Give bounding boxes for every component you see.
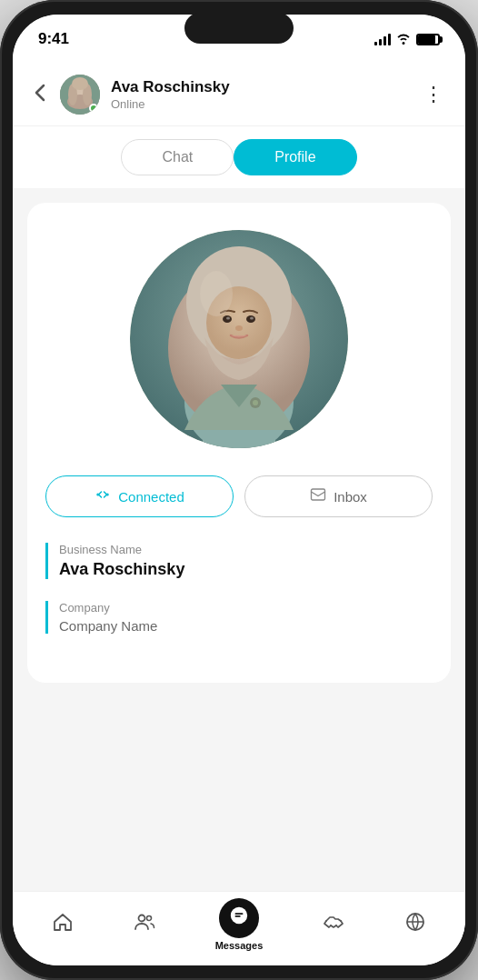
- svg-point-24: [106, 494, 109, 496]
- globe-icon: [404, 911, 426, 938]
- connected-label: Connected: [118, 489, 184, 505]
- nav-globe[interactable]: [393, 905, 437, 944]
- svg-point-20: [200, 271, 233, 316]
- nav-people[interactable]: [123, 905, 166, 944]
- phone-screen: 9:41: [13, 15, 465, 965]
- svg-point-7: [72, 77, 88, 90]
- content-area: Connected Inbox Business Na: [13, 188, 465, 891]
- battery-icon: [416, 34, 440, 45]
- svg-point-28: [231, 907, 247, 924]
- connected-icon: [95, 486, 111, 506]
- header-status: Online: [111, 97, 409, 111]
- dynamic-island: [184, 13, 294, 44]
- messages-icon: [229, 905, 249, 930]
- tab-profile[interactable]: Profile: [234, 139, 356, 175]
- people-icon: [134, 911, 155, 938]
- business-value: Ava Roschinsky: [59, 560, 433, 579]
- messages-label: Messages: [215, 940, 264, 951]
- more-button[interactable]: ⋮: [420, 79, 447, 110]
- svg-point-27: [146, 915, 151, 920]
- profile-photo: [130, 230, 348, 448]
- handshake-icon: [323, 911, 344, 938]
- inbox-icon: [310, 486, 326, 506]
- business-section: Business Name Ava Roschinsky: [45, 543, 433, 579]
- nav-messages[interactable]: Messages: [204, 893, 274, 956]
- header: Ava Roschinsky Online ⋮: [13, 64, 465, 126]
- svg-rect-25: [312, 489, 325, 500]
- nav-handshake[interactable]: [312, 905, 355, 944]
- inbox-button[interactable]: Inbox: [244, 475, 433, 517]
- company-label: Company: [59, 601, 433, 615]
- company-value: Company Name: [59, 618, 433, 634]
- bottom-nav: Messages: [13, 891, 465, 965]
- header-info: Ava Roschinsky Online: [111, 78, 409, 111]
- profile-photo-container: [45, 230, 433, 448]
- svg-point-19: [235, 325, 243, 331]
- svg-point-26: [138, 915, 144, 921]
- action-buttons: Connected Inbox: [45, 475, 433, 517]
- profile-card: Connected Inbox Business Na: [27, 203, 451, 683]
- back-button[interactable]: [31, 80, 49, 110]
- status-icons: [374, 32, 440, 47]
- svg-point-17: [226, 317, 230, 320]
- nav-home[interactable]: [41, 905, 85, 944]
- svg-point-22: [253, 400, 258, 405]
- header-name: Ava Roschinsky: [111, 78, 409, 96]
- signal-icon: [374, 33, 391, 45]
- svg-point-23: [96, 494, 99, 496]
- business-label: Business Name: [59, 543, 433, 556]
- company-section: Company Company Name: [45, 601, 433, 634]
- wifi-icon: [396, 32, 411, 47]
- avatar: [60, 75, 100, 115]
- status-time: 9:41: [38, 30, 69, 48]
- online-indicator: [89, 104, 98, 113]
- inbox-label: Inbox: [334, 489, 367, 505]
- home-icon: [52, 911, 74, 938]
- connected-button[interactable]: Connected: [45, 475, 234, 517]
- tabs: Chat Profile: [13, 126, 465, 188]
- phone-frame: 9:41: [0, 0, 478, 980]
- svg-point-18: [250, 317, 254, 320]
- tab-chat[interactable]: Chat: [121, 139, 234, 175]
